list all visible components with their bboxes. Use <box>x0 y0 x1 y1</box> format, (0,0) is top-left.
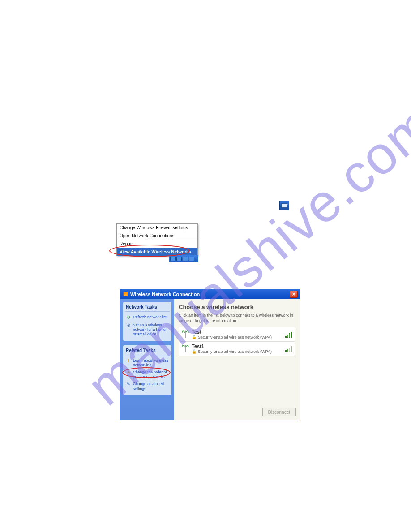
task-change-order-preferred[interactable]: ★ Change the order of preferred networks <box>125 369 170 380</box>
tray-mini-icon[interactable] <box>189 257 194 261</box>
network-security: Security-enabled wireless network (WPA) <box>198 349 272 354</box>
task-label: Change the order of preferred networks <box>133 370 169 379</box>
main-description: Click an item in the list below to conne… <box>179 313 295 323</box>
task-label: Change advanced settings <box>133 382 169 390</box>
wireless-network-list: Test 🔒 Security-enabled wireless network… <box>179 327 295 356</box>
antenna-icon <box>182 344 189 353</box>
antenna-icon <box>182 330 189 339</box>
gear-icon: ✎ <box>126 382 131 387</box>
lock-icon: 🔒 <box>192 349 197 354</box>
related-tasks-panel: Related Tasks ℹ Learn about wireless net… <box>123 345 171 395</box>
refresh-icon: ↻ <box>126 315 131 320</box>
task-refresh-network-list[interactable]: ↻ Refresh network list <box>125 313 170 322</box>
svg-point-3 <box>185 345 186 346</box>
tray-mini-icon[interactable] <box>183 257 188 261</box>
desc-pre: Click an item in the list below to conne… <box>179 313 259 317</box>
setup-icon: ⚙ <box>126 323 131 328</box>
network-tasks-title: Network Tasks <box>125 304 170 312</box>
disconnect-button[interactable]: Disconnect <box>262 408 296 416</box>
monitor-icon: › <box>281 203 287 208</box>
network-tasks-panel: Network Tasks ↻ Refresh network list ⚙ S… <box>123 302 171 341</box>
desc-link: wireless network <box>259 313 289 317</box>
task-label: Set up a wireless network for a home or … <box>133 323 169 337</box>
star-icon: ★ <box>126 370 131 375</box>
task-setup-wireless-network[interactable]: ⚙ Set up a wireless network for a home o… <box>125 322 170 338</box>
dialog-main-area: Choose a wireless network Click an item … <box>174 299 300 420</box>
task-label: Refresh network list <box>133 315 167 319</box>
network-name: Test1 <box>192 343 283 349</box>
lock-icon: 🔒 <box>192 335 197 339</box>
network-security: Security-enabled wireless network (WPA) <box>198 335 272 339</box>
tray-mini-icon[interactable] <box>170 257 176 261</box>
dialog-title: Wireless Network Connection <box>130 292 290 297</box>
task-change-advanced[interactable]: ✎ Change advanced settings <box>125 380 170 392</box>
svg-point-1 <box>185 330 186 332</box>
menu-item-view-networks[interactable]: View Available Wireless Networks <box>117 248 197 256</box>
system-tray-wireless-icon[interactable]: › <box>279 201 289 210</box>
dialog-footer: Disconnect <box>262 408 296 416</box>
network-name: Test <box>192 329 283 335</box>
network-item[interactable]: Test 🔒 Security-enabled wireless network… <box>179 327 295 342</box>
dialog-sidebar: Network Tasks ↻ Refresh network list ⚙ S… <box>120 299 174 420</box>
task-learn-wireless[interactable]: ℹ Learn about wireless networking <box>125 357 170 369</box>
tray-context-menu: Change Windows Firewall settings Open Ne… <box>116 223 198 256</box>
tray-mini-icon[interactable] <box>176 257 182 261</box>
network-item[interactable]: Test1 🔒 Security-enabled wireless networ… <box>179 342 295 356</box>
dialog-titlebar[interactable]: 📶 Wireless Network Connection × <box>120 289 300 299</box>
menu-item-open-connections[interactable]: Open Network Connections <box>117 232 197 240</box>
wireless-connection-dialog: 📶 Wireless Network Connection × Network … <box>120 289 300 420</box>
info-icon: ℹ <box>126 358 131 364</box>
signal-strength-icon <box>285 346 292 352</box>
menu-item-firewall[interactable]: Change Windows Firewall settings <box>117 224 197 232</box>
close-button[interactable]: × <box>290 291 298 298</box>
task-label: Learn about wireless networking <box>133 358 169 367</box>
main-heading: Choose a wireless network <box>179 304 295 310</box>
wireless-title-icon: 📶 <box>122 291 128 297</box>
related-tasks-title: Related Tasks <box>125 347 170 355</box>
signal-strength-icon <box>285 331 292 338</box>
taskbar-tray-strip <box>169 255 198 262</box>
menu-item-repair[interactable]: Repair <box>117 240 197 248</box>
